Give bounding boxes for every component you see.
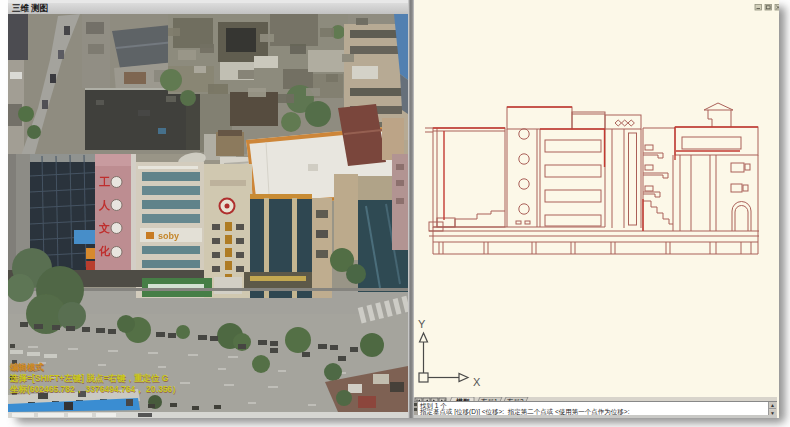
svg-text:X: X xyxy=(473,376,481,388)
svg-text:Y: Y xyxy=(418,318,426,330)
